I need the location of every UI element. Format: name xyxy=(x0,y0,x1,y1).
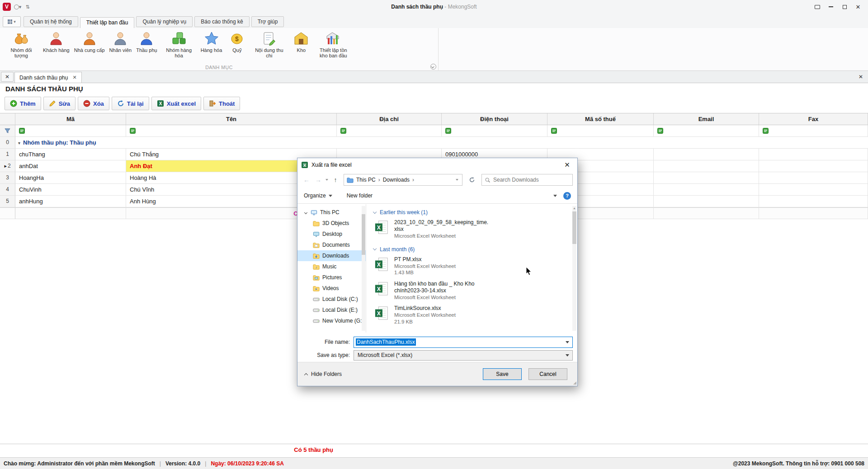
dialog-close-button[interactable]: ✕ xyxy=(557,158,577,171)
file-item[interactable]: X PT PM.xlsx Microsoft Excel Worksheet 1… xyxy=(374,256,566,276)
tree-item-this-pc[interactable]: This PC xyxy=(297,207,366,218)
export-excel-button[interactable]: X Xuất excel xyxy=(151,97,201,110)
breadcrumb-dropdown-icon[interactable] xyxy=(456,179,458,181)
cell-ma[interactable]: ChuVinh xyxy=(15,184,126,196)
tree-item-pictures[interactable]: Pictures xyxy=(297,272,366,283)
file-item[interactable]: X Hàng tồn kho ban đầu _ Kho Kho chính20… xyxy=(374,281,566,301)
filter-cell-dia-chi[interactable] xyxy=(337,125,442,137)
tree-item-documents[interactable]: Documents xyxy=(297,239,366,250)
group-row[interactable]: 0 ▾Nhóm thầu phụ: Thầu phụ xyxy=(0,137,868,149)
reload-button[interactable]: Tải lại xyxy=(112,97,149,110)
fullscreen-button[interactable] xyxy=(814,3,821,10)
group-expand-icon[interactable]: ▾ xyxy=(18,141,20,145)
breadcrumb[interactable]: This PC › Downloads › xyxy=(344,174,462,186)
tree-scrollbar[interactable] xyxy=(362,206,365,331)
chevron-down-icon[interactable] xyxy=(566,354,569,356)
add-button[interactable]: Thêm xyxy=(5,97,41,110)
dialog-titlebar[interactable]: X Xuất ra file excel ✕ xyxy=(297,158,577,172)
up-button[interactable]: ↑ xyxy=(330,174,341,185)
chevron-down-icon[interactable] xyxy=(566,341,569,343)
cell-ma[interactable]: anhDat xyxy=(15,160,126,172)
filter-cell-email[interactable] xyxy=(654,125,759,137)
tree-item-downloads[interactable]: Downloads xyxy=(297,250,366,261)
back-button[interactable]: ← xyxy=(301,174,312,185)
ribbon-item-object-group[interactable]: Nhóm đối tượng xyxy=(2,30,41,59)
cell-fax[interactable] xyxy=(759,196,868,207)
ribbon-item-income-expense-content[interactable]: Nội dung thu chi xyxy=(250,30,288,59)
exit-button[interactable]: Thoát xyxy=(203,97,240,110)
close-document-button[interactable]: ✕ xyxy=(854,72,867,82)
column-header-dien-thoai[interactable]: Điện thoại xyxy=(442,113,547,125)
close-button[interactable]: ✕ xyxy=(854,3,862,10)
application-menu-button[interactable]: ▾ xyxy=(3,16,21,27)
save-button[interactable]: Save xyxy=(483,368,522,380)
tab-close-icon[interactable]: ✕ xyxy=(72,75,76,80)
ribbon-item-supplier[interactable]: Nhà cung cấp xyxy=(72,30,107,54)
filter-cell-ma-so-thue[interactable] xyxy=(547,125,654,137)
column-header-ma[interactable]: Mã xyxy=(15,113,126,125)
edit-button[interactable]: Sửa xyxy=(43,97,75,110)
ribbon-tab-help[interactable]: Trợ giúp xyxy=(251,16,284,27)
cell-ma[interactable]: anhHung xyxy=(15,196,126,207)
ribbon-item-subcontractor[interactable]: Thầu phụ xyxy=(134,30,159,54)
save-type-select[interactable]: Microsoft Excel (*.xlsx) xyxy=(354,350,573,361)
list-scrollbar[interactable]: ▲ xyxy=(572,206,576,331)
ribbon-tab-initial-setup[interactable]: Thiết lập ban đầu xyxy=(80,17,135,29)
column-header-email[interactable]: Email xyxy=(654,113,759,125)
ribbon-tab-report-statistics[interactable]: Báo cáo thống kê xyxy=(194,16,249,27)
close-all-tabs-button[interactable]: ✕ xyxy=(1,72,14,82)
forward-button[interactable]: → xyxy=(313,174,324,185)
tree-item-new-volume-g[interactable]: New Volume (G:) xyxy=(297,315,366,326)
breadcrumb-item-downloads[interactable]: Downloads xyxy=(383,177,410,183)
cell-email[interactable] xyxy=(654,172,759,184)
cell-email[interactable] xyxy=(654,149,759,160)
column-header-ten[interactable]: Tên xyxy=(126,113,337,125)
ribbon-item-customer[interactable]: Khách hàng xyxy=(41,30,72,54)
refresh-button[interactable] xyxy=(466,174,478,186)
column-header-fax[interactable]: Fax xyxy=(759,113,868,125)
file-group-header[interactable]: Earlier this week (1) xyxy=(373,207,566,218)
filter-cell-fax[interactable] xyxy=(759,125,868,137)
quick-access-icon[interactable]: ▾ xyxy=(14,3,22,11)
new-folder-button[interactable]: New folder xyxy=(347,192,373,199)
history-dropdown-icon[interactable] xyxy=(326,179,328,181)
cell-ma[interactable]: HoangHa xyxy=(15,172,126,184)
tree-item-local-disk-e[interactable]: Local Disk (E:) xyxy=(297,305,366,315)
cell-fax[interactable] xyxy=(759,160,868,172)
customize-quick-access-icon[interactable]: ⇅ xyxy=(24,3,32,11)
delete-button[interactable]: Xóa xyxy=(78,97,109,110)
scroll-up-icon[interactable]: ▲ xyxy=(573,206,576,211)
filter-cell-ma[interactable] xyxy=(15,125,126,137)
tree-item-music[interactable]: ♪ Music xyxy=(297,261,366,272)
app-logo[interactable]: V xyxy=(3,3,11,11)
hide-folders-button[interactable]: Hide Folders xyxy=(305,371,342,377)
breadcrumb-item-this-pc[interactable]: This PC xyxy=(356,177,376,183)
maximize-button[interactable] xyxy=(841,3,848,10)
cell-email[interactable] xyxy=(654,196,759,207)
tree-item-3d-objects[interactable]: 3D Objects xyxy=(297,218,366,229)
scrollbar-thumb[interactable] xyxy=(362,214,365,255)
cancel-button[interactable]: Cancel xyxy=(528,368,567,380)
help-button[interactable]: ? xyxy=(563,192,571,200)
view-options-button[interactable] xyxy=(551,195,557,197)
scrollbar-thumb[interactable] xyxy=(572,211,576,244)
cell-fax[interactable] xyxy=(759,149,868,160)
organize-button[interactable]: Organize xyxy=(304,192,332,199)
file-item[interactable]: X TimLinkSource.xlsx Microsoft Excel Wor… xyxy=(374,305,566,325)
expand-chevron-icon[interactable] xyxy=(304,211,307,214)
ribbon-item-goods[interactable]: Hàng hóa xyxy=(198,30,225,54)
dialog-launcher-button[interactable] xyxy=(430,64,436,70)
ribbon-item-warehouse[interactable]: Kho xyxy=(288,30,314,54)
cell-email[interactable] xyxy=(654,160,759,172)
file-group-header[interactable]: Last month (6) xyxy=(373,244,566,255)
file-name-input[interactable]: DanhSachThauPhu.xlsx xyxy=(354,337,573,348)
cell-fax[interactable] xyxy=(759,184,868,196)
document-tab[interactable]: Danh sách thầu phụ ✕ xyxy=(14,72,82,83)
filter-cell-ten[interactable] xyxy=(126,125,337,137)
ribbon-item-initial-inventory-setup[interactable]: Thiết lập tồn kho ban đầu xyxy=(314,30,353,59)
ribbon-item-product-group[interactable]: Nhóm hàng hóa xyxy=(160,30,198,59)
resize-grip-icon[interactable]: ◢ xyxy=(573,380,576,385)
cell-fax[interactable] xyxy=(759,172,868,184)
column-header-dia-chi[interactable]: Địa chỉ xyxy=(337,113,442,125)
tree-item-videos[interactable]: Videos xyxy=(297,283,366,294)
